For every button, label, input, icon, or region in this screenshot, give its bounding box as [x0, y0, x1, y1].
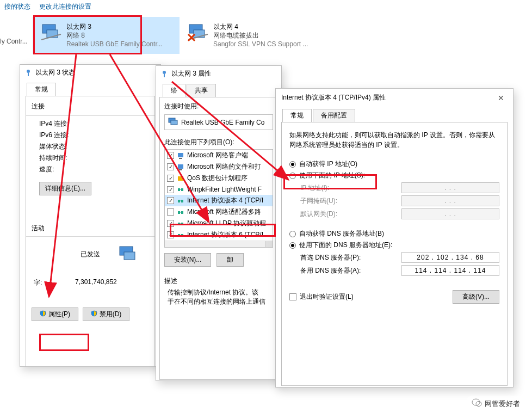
group-activity-label: 活动 — [32, 224, 149, 233]
checkbox[interactable] — [167, 208, 174, 216]
install-button[interactable]: 安装(N)... — [164, 253, 211, 267]
svg-rect-11 — [124, 252, 135, 260]
close-button[interactable]: ✕ — [494, 94, 508, 102]
svg-point-40 — [476, 402, 481, 407]
ipv4-label: IPv4 连接: — [39, 119, 69, 128]
service-icon — [176, 163, 185, 171]
list-item[interactable]: ✓Microsoft 网络的文件和打 — [165, 161, 273, 173]
menu-status[interactable]: 接的状态 — [4, 2, 30, 11]
mask-input: . . . — [401, 195, 499, 206]
disable-button[interactable]: 禁用(D) — [83, 308, 129, 321]
radio-manual-ip[interactable]: 使用下面的 IP 地址(S): — [289, 171, 499, 180]
list-item[interactable]: ✓WinpkFilter LightWeight F — [165, 184, 273, 195]
adapter-name: 以太网 4 — [213, 22, 308, 31]
gateway-input: . . . — [401, 208, 499, 219]
svg-rect-15 — [171, 120, 177, 125]
properties-dialog: 以太网 3 属性 络 共享 连接时使用: Realtek USB GbE Fam… — [156, 65, 282, 381]
nic-selector[interactable]: Realtek USB GbE Family Co — [164, 114, 273, 130]
bytes-label: 字: — [34, 278, 42, 287]
menu-change-settings[interactable]: 更改此连接的设置 — [39, 2, 91, 11]
radio-auto-dns[interactable]: 自动获得 DNS 服务器地址(B) — [289, 229, 499, 238]
nic-icon — [168, 117, 178, 127]
svg-rect-24 — [178, 200, 180, 202]
radio-manual-dns[interactable]: 使用下面的 DNS 服务器地址(E): — [289, 241, 499, 250]
svg-rect-18 — [178, 164, 183, 169]
radio-icon — [289, 173, 296, 179]
tab-network[interactable]: 络 — [163, 84, 185, 97]
ip-label: IP 地址(I): — [300, 183, 329, 193]
svg-rect-21 — [178, 188, 180, 191]
svg-point-8 — [27, 70, 30, 73]
tab-backup-config[interactable]: 备用配置 — [313, 109, 355, 122]
advanced-button[interactable]: 高级(V)... — [453, 290, 499, 304]
nic-icon — [40, 22, 62, 42]
scrollbar[interactable] — [265, 241, 273, 247]
ip-input: . . . — [401, 182, 499, 193]
properties-button[interactable]: 属性(P) — [32, 308, 78, 321]
list-item[interactable]: ✓Internet 协议版本 6 (TCP/I — [165, 229, 273, 241]
svg-rect-34 — [181, 234, 183, 237]
top-menu: 接的状态 更改此连接的设置 — [0, 0, 532, 14]
list-item[interactable]: ✓QoS 数据包计划程序 — [165, 173, 273, 184]
adapter-driver: Realtek USB GbE Family Contr... — [66, 40, 163, 48]
description-header: 描述 — [164, 276, 273, 286]
properties-dialog-title: 以太网 3 属性 — [171, 69, 211, 78]
tab-share[interactable]: 共享 — [187, 84, 216, 97]
media-label: 媒体状态: — [39, 142, 67, 151]
svg-rect-17 — [179, 158, 182, 159]
protocol-icon — [176, 219, 185, 228]
pin-icon — [160, 70, 168, 78]
adapter-driver: Sangfor SSL VPN CS Support ... — [213, 40, 308, 48]
svg-rect-16 — [178, 153, 183, 157]
radio-auto-ip[interactable]: 自动获得 IP 地址(O) — [289, 159, 499, 169]
sent-label: 已发送 — [81, 250, 100, 259]
dns2-input[interactable]: 114 . 114 . 114 . 114 — [401, 265, 499, 276]
svg-rect-31 — [181, 223, 183, 225]
checkbox[interactable]: ✓ — [167, 175, 174, 182]
mask-label: 子网掩码(U): — [300, 196, 337, 206]
checkbox[interactable]: ✓ — [167, 197, 174, 204]
list-item-ipv4[interactable]: ✓Internet 协议版本 4 (TCP/I — [165, 195, 273, 206]
svg-rect-20 — [178, 176, 183, 181]
connect-using-label: 连接时使用: — [164, 102, 273, 111]
svg-rect-25 — [181, 200, 183, 202]
wechat-icon — [472, 398, 482, 409]
shield-icon — [40, 310, 46, 318]
radio-icon — [289, 161, 296, 168]
list-item[interactable]: Microsoft 网络适配器多路 — [165, 206, 273, 218]
checkbox[interactable]: ✓ — [167, 152, 174, 159]
bytes-value: 7,301,740,852 — [75, 278, 117, 286]
validate-checkbox[interactable]: 退出时验证设置(L) — [289, 292, 354, 302]
sidebar-fragment: ly Contr... — [0, 14, 33, 57]
nic-icon — [187, 22, 209, 42]
nic-activity-icon — [117, 244, 139, 267]
checkbox[interactable]: ✓ — [167, 186, 174, 193]
checkbox[interactable]: ✓ — [167, 163, 174, 170]
shield-icon — [91, 310, 97, 318]
uninstall-button[interactable]: 卸 — [216, 253, 244, 267]
adapter-ethernet-4[interactable]: 以太网 4 网络电缆被拔出 Sangfor SSL VPN CS Support… — [180, 17, 337, 54]
svg-rect-28 — [181, 211, 183, 214]
client-icon — [176, 151, 185, 160]
description-text: 传输控制协议/Internet 协议。该 于在不同的相互连接的网络上通信 — [164, 288, 273, 306]
list-item[interactable]: ✓Microsoft 网络客户端 — [165, 150, 273, 161]
svg-point-12 — [163, 71, 166, 74]
adapter-ethernet-3[interactable]: 以太网 3 网络 8 Realtek USB GbE Family Contr.… — [33, 17, 180, 54]
tab-general[interactable]: 常规 — [27, 83, 56, 96]
uses-items-label: 此连接使用下列项目(O): — [164, 138, 273, 147]
speed-label: 速度: — [39, 165, 54, 174]
checkbox[interactable]: ✓ — [167, 231, 174, 238]
radio-icon — [289, 231, 296, 237]
protocol-listbox[interactable]: ✓Microsoft 网络客户端 ✓Microsoft 网络的文件和打 ✓QoS… — [164, 149, 273, 248]
status-dialog-title: 以太网 3 状态 — [35, 68, 75, 77]
group-connection-label: 连接 — [32, 102, 149, 111]
tab-general[interactable]: 常规 — [282, 109, 312, 122]
dns2-label: 备用 DNS 服务器(A): — [300, 266, 361, 275]
protocol-icon — [176, 196, 185, 205]
dns1-input[interactable]: 202 . 102 . 134 . 68 — [401, 252, 499, 263]
list-item[interactable]: ✓Microsoft LLDP 协议驱动程 — [165, 218, 273, 229]
details-button[interactable]: 详细信息(E)... — [39, 182, 91, 195]
ipv6-label: IPv6 连接: — [39, 131, 69, 140]
checkbox[interactable]: ✓ — [167, 220, 174, 227]
ipv4-dialog: Internet 协议版本 4 (TCP/IPv4) 属性 ✕ 常规 备用配置 … — [275, 88, 514, 388]
